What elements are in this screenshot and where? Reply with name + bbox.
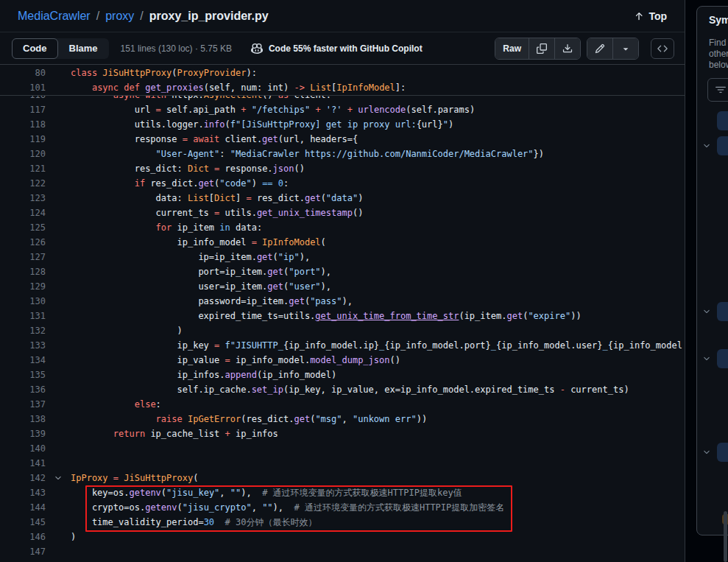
breadcrumb-repo-link[interactable]: MediaCrawler: [18, 10, 91, 23]
code-token: (self.params): [406, 105, 475, 115]
code-token: (url, headers={: [278, 134, 358, 144]
symbol-chip[interactable]: [717, 443, 728, 462]
code-line-123: 123 data: List[Dict] = res_dict.get("dat…: [0, 191, 685, 206]
edit-button[interactable]: [587, 38, 612, 59]
line-number[interactable]: 128: [0, 264, 46, 279]
code-token: }): [534, 149, 544, 159]
copy-icon: [537, 43, 547, 54]
code-token: ): [71, 326, 183, 336]
line-number[interactable]: 141: [0, 456, 46, 471]
code-token: utils.logger.: [71, 119, 204, 130]
code-text: ip=ip_item.get("ip"),: [71, 250, 685, 264]
symbol-item[interactable]: [697, 349, 728, 368]
line-number[interactable]: 137: [0, 397, 46, 412]
line-number[interactable]: 101: [0, 80, 46, 95]
code-token: [209, 164, 214, 174]
raw-button[interactable]: Raw: [495, 38, 529, 59]
collapse-chevron-icon[interactable]: [46, 474, 71, 482]
symbol-chip[interactable]: [717, 136, 728, 155]
code-token: ]:: [395, 82, 406, 93]
code-token: raise: [156, 414, 183, 424]
line-number[interactable]: 135: [0, 368, 46, 382]
code-token: ProxyProvider: [177, 68, 247, 78]
line-number[interactable]: 140: [0, 441, 46, 456]
code-token: [71, 178, 135, 189]
line-number[interactable]: 139: [0, 426, 46, 441]
code-text: time_validity_period=30 # 30分钟（最长时效）: [71, 515, 685, 530]
code-token: (ip_info_model): [257, 370, 336, 380]
tab-code[interactable]: Code: [12, 38, 58, 59]
symbol-link[interactable]: get_unix_time_from_time_str: [315, 311, 459, 321]
code-token: List: [310, 82, 331, 93]
arrow-up-icon: [634, 11, 644, 21]
download-icon: [562, 43, 573, 54]
line-number[interactable]: 121: [0, 161, 46, 176]
code-token: ),: [273, 502, 294, 513]
code-text: else:: [71, 397, 685, 412]
line-number[interactable]: 118: [0, 117, 46, 132]
line-number[interactable]: 134: [0, 353, 46, 368]
line-number[interactable]: 124: [0, 206, 46, 220]
code-token: res_dict.: [145, 178, 198, 189]
code-token: # 通过环境变量的方式获取极速HTTPIP提取key值: [262, 488, 462, 498]
line-number[interactable]: 122: [0, 176, 46, 191]
symbol-item[interactable]: [697, 302, 728, 321]
line-number[interactable]: 133: [0, 338, 46, 353]
code-token: client.: [219, 134, 262, 144]
code-token: ): [448, 119, 453, 130]
symbol-chip[interactable]: [717, 111, 728, 130]
symbol-item[interactable]: [697, 111, 728, 130]
symbol-chip[interactable]: [717, 302, 728, 321]
line-number[interactable]: 80: [0, 66, 46, 80]
line-number[interactable]: 136: [0, 382, 46, 397]
code-token: [219, 340, 225, 351]
file-toolbar: Code Blame 151 lines (130 loc) · 5.75 KB…: [0, 32, 685, 65]
line-number[interactable]: 147: [0, 544, 46, 559]
code-token: Dict: [188, 164, 209, 174]
line-number[interactable]: 146: [0, 530, 46, 544]
symbol-chip[interactable]: [717, 349, 728, 368]
edit-dropdown-button[interactable]: [612, 38, 638, 59]
raw-button-group: Raw: [495, 38, 581, 60]
top-button[interactable]: Top: [634, 10, 667, 22]
line-number[interactable]: 145: [0, 515, 46, 530]
scrollbar-thumb[interactable]: [724, 511, 727, 562]
code-token: +: [315, 105, 320, 115]
code-token: "unkown err": [353, 414, 417, 424]
line-number[interactable]: 129: [0, 279, 46, 294]
line-number[interactable]: 125: [0, 220, 46, 235]
line-number[interactable]: 119: [0, 132, 46, 147]
line-number[interactable]: 131: [0, 309, 46, 323]
symbols-filter-input[interactable]: [707, 78, 728, 102]
symbols-toggle-button[interactable]: [651, 38, 674, 59]
line-number[interactable]: 138: [0, 412, 46, 426]
breadcrumb-folder-link[interactable]: proxy: [105, 10, 134, 23]
copy-button[interactable]: [529, 38, 554, 59]
code-token: return: [113, 429, 145, 439]
line-number[interactable]: 143: [0, 485, 46, 500]
code-token: [71, 222, 156, 233]
chevron-down-icon[interactable]: [702, 354, 711, 363]
chevron-down-icon[interactable]: [702, 448, 711, 457]
line-number[interactable]: 144: [0, 500, 46, 515]
code-token: [108, 473, 113, 483]
line-number[interactable]: 123: [0, 191, 46, 206]
code-token: ip=ip_item.: [71, 252, 257, 262]
line-number[interactable]: 127: [0, 250, 46, 264]
code-token: get_proxies: [145, 82, 203, 93]
line-number[interactable]: 132: [0, 323, 46, 338]
tab-blame[interactable]: Blame: [58, 38, 109, 59]
chevron-down-icon[interactable]: [702, 141, 711, 150]
symbol-item[interactable]: [697, 443, 728, 462]
line-number[interactable]: 126: [0, 235, 46, 250]
line-number[interactable]: 117: [0, 102, 46, 117]
download-button[interactable]: [554, 38, 580, 59]
code-token: json: [273, 164, 294, 174]
code-token: {ip_info_model.port}: [384, 340, 491, 351]
line-number[interactable]: 142: [0, 471, 46, 485]
chevron-down-icon[interactable]: [702, 307, 711, 316]
line-number[interactable]: 130: [0, 294, 46, 309]
line-number[interactable]: 120: [0, 147, 46, 161]
symbol-item[interactable]: [697, 136, 728, 155]
copilot-banner[interactable]: Code 55% faster with GitHub Copilot: [251, 43, 423, 55]
